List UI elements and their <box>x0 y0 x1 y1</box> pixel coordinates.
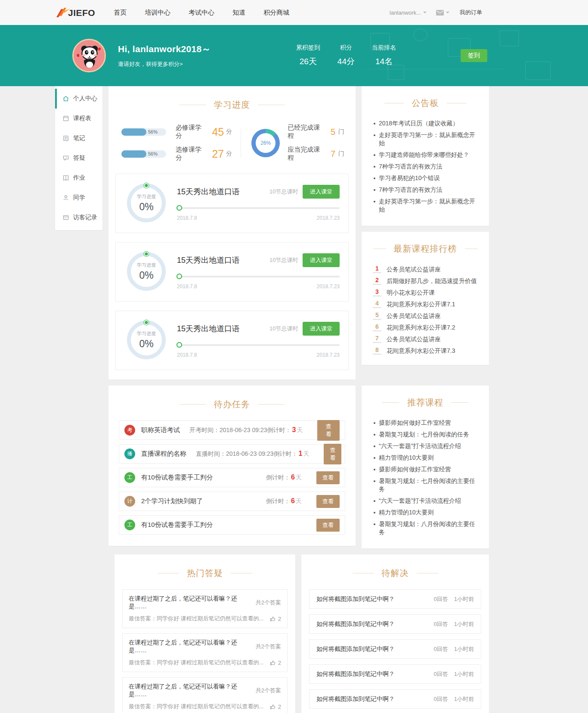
question-bubble-icon: ? <box>62 155 69 162</box>
grading-badge-icon: 工 <box>124 520 135 530</box>
progress-knob[interactable] <box>176 342 182 348</box>
qa-item[interactable]: 在课程过期了之后，笔记还可以看嘛？还是……共2个答案 最佳答案：同学你好 课程过… <box>122 589 288 628</box>
sidebar-item-visitors[interactable]: 访客记录 <box>55 208 102 227</box>
hot-qa-panel: 热门答疑 在课程过期了之后，笔记还可以看嘛？还是……共2个答案 最佳答案：同学你… <box>115 554 295 713</box>
view-button[interactable]: 查看 <box>316 519 340 532</box>
announcement-item[interactable]: 走好英语学习第一步：就从新概念开始 <box>374 196 479 215</box>
recommended-course-item[interactable]: “六天一套题”打卡活动流程介绍 <box>374 495 479 507</box>
recommended-course-item[interactable]: 精力管理的10大要则 <box>374 452 479 464</box>
view-button[interactable]: 查看 <box>324 444 341 464</box>
ranking-item[interactable]: 2后期做好那几步，能迅速提升价值 <box>373 275 480 286</box>
pending-question-item[interactable]: 如何将截图添加到笔记中啊？0回答1小时前 <box>309 689 481 709</box>
recommended-course-item[interactable]: 摄影师如何做好工作室经营 <box>374 464 479 475</box>
section-title-ranking: 最新课程排行榜 <box>362 232 489 255</box>
enter-classroom-button[interactable]: 进入课堂 <box>303 185 340 199</box>
pending-questions-panel: 待解决 如何将截图添加到笔记中啊？0回答1小时前 如何将截图添加到笔记中啊？0回… <box>301 554 489 713</box>
todo-item: 计 2个学习计划快到期了 倒计时：6天 查看 <box>119 492 345 511</box>
messages-dropdown[interactable] <box>436 10 449 16</box>
pending-question-item[interactable]: 如何将截图添加到笔记中啊？0回答1小时前 <box>309 614 481 634</box>
ranking-item[interactable]: 4花间意系列水彩公开课7.1 <box>373 298 480 310</box>
announcement-item[interactable]: 学习建造师能给你带来哪些好处？ <box>374 149 479 161</box>
progress-knob[interactable] <box>176 205 182 211</box>
announcement-item[interactable]: 7种学习语言的有效方法 <box>374 161 479 172</box>
view-button[interactable]: 查看 <box>316 495 340 508</box>
progress-knob[interactable] <box>176 274 182 279</box>
required-progress-bar: 56% <box>121 128 166 136</box>
ranking-item[interactable]: 5公务员笔试公益讲座 <box>373 310 480 321</box>
ranking-item[interactable]: 3明小花水彩公开课 <box>373 286 480 298</box>
countdown: 倒计时：6天 <box>266 473 302 482</box>
course-title[interactable]: 15天秀出地道口语 <box>177 255 269 265</box>
course-card: 学习进度 0% 15天秀出地道口语 10节总课时 进入课堂 2018.7.820… <box>115 174 349 233</box>
pending-question-item[interactable]: 如何将截图添加到笔记中啊？0回答1小时前 <box>309 589 481 609</box>
recommended-course-item[interactable]: 暑期复习规划：八月份阅读的主要任务 <box>374 518 479 538</box>
sidebar-item-personal-center[interactable]: 个人中心 <box>55 89 102 109</box>
likes[interactable]: 2 <box>269 616 281 622</box>
course-lessons: 10节总课时 <box>269 188 303 196</box>
visitor-log-icon <box>62 214 69 221</box>
likes[interactable]: 2 <box>269 704 281 710</box>
my-orders-link[interactable]: 我的订单 <box>460 9 482 16</box>
qa-item[interactable]: 在课程过期了之后，笔记还可以看嘛？还是……共2个答案 最佳答案：同学你好 课程过… <box>122 677 288 713</box>
required-credits-value: 45 <box>212 126 224 138</box>
sign-in-button[interactable]: 签到 <box>461 49 487 62</box>
time-ago: 1小时前 <box>454 695 474 703</box>
main-nav: 首页 培训中心 考试中心 知道 积分商城 <box>105 0 298 25</box>
likes[interactable]: 2 <box>269 660 281 666</box>
ranking-item[interactable]: 8花间意系列水彩公开课7.3 <box>373 345 480 356</box>
sidebar-item-schedule[interactable]: 课程表 <box>55 109 102 128</box>
answer-count: 0回答 <box>434 670 448 678</box>
section-title-todos: 待办任务 <box>108 386 356 410</box>
nav-item-training[interactable]: 培训中心 <box>136 0 179 25</box>
nav-item-exam[interactable]: 考试中心 <box>179 0 223 25</box>
recommended-course-item[interactable]: 摄影师如何做好工作室经营 <box>374 417 479 429</box>
ranking-item[interactable]: 7公务员笔试公益讲座 <box>373 333 480 345</box>
exam-badge-icon: 考 <box>124 425 135 436</box>
announcement-item[interactable]: 7种学习语言的有效方法 <box>374 184 479 196</box>
pending-question-item[interactable]: 如何将截图添加到笔记中啊？0回答1小时前 <box>309 639 481 659</box>
ranking-item[interactable]: 6花间意系列水彩公开课7.2 <box>373 321 480 333</box>
ranking-item[interactable]: 1公务员笔试公益讲座 <box>373 263 480 275</box>
sidebar-item-notes[interactable]: 笔记 <box>55 128 102 148</box>
chevron-down-icon[interactable] <box>423 12 427 15</box>
invite-friends-link[interactable]: 邀请好友，获得更多积分> <box>118 60 211 68</box>
course-end-date: 2018.7.23 <box>317 215 340 221</box>
course-title[interactable]: 15天秀出地道口语 <box>177 324 269 334</box>
required-credits-row: 56% 必修课学分 45 分 <box>121 124 232 140</box>
nav-item-know[interactable]: 知道 <box>223 0 254 25</box>
elective-credits-row: 56% 选修课学分 27 分 <box>121 146 232 162</box>
avatar[interactable] <box>72 39 106 72</box>
section-title-recommended: 推荐课程 <box>362 386 489 408</box>
sidebar-item-homework[interactable]: 作业 <box>55 168 102 188</box>
elective-progress-bar: 56% <box>121 150 166 158</box>
jiefo-logo[interactable]: JIEFO <box>55 7 95 18</box>
elective-credits-value: 27 <box>212 148 224 160</box>
enter-classroom-button[interactable]: 进入课堂 <box>303 253 340 267</box>
course-title[interactable]: 15天秀出地道口语 <box>177 187 269 197</box>
stat-points: 积分 44分 <box>337 44 355 67</box>
nav-item-home[interactable]: 首页 <box>105 0 136 25</box>
view-button[interactable]: 查看 <box>316 471 340 484</box>
nav-item-points-mall[interactable]: 积分商城 <box>254 0 298 25</box>
completion-donut-chart: 26% <box>251 129 280 157</box>
announcement-item[interactable]: 走好英语学习第一步：就从新概念开始 <box>374 129 479 149</box>
plan-badge-icon: 计 <box>124 496 135 507</box>
username-dropdown[interactable]: lanlanwork... <box>390 9 421 16</box>
view-button[interactable]: 查看 <box>317 420 340 441</box>
qa-item[interactable]: 在课程过期了之后，笔记还可以看嘛？还是……共2个答案 最佳答案：同学你好 课程过… <box>122 633 288 672</box>
enter-classroom-button[interactable]: 进入课堂 <box>303 322 340 336</box>
recommended-course-item[interactable]: “六天一套题”打卡活动流程介绍 <box>374 440 479 452</box>
sidebar-item-classmates[interactable]: 同学 <box>55 188 102 208</box>
todo-item: 工 有10份试卷需要手工判分 查看 <box>119 515 345 535</box>
sidebar-item-qa[interactable]: ? 答疑 <box>55 148 102 168</box>
pending-question-item[interactable]: 如何将截图添加到笔记中啊？0回答1小时前 <box>309 664 481 684</box>
sidebar: 个人中心 课程表 笔记 ? 答疑 作业 同学 <box>55 86 102 230</box>
announcement-item[interactable]: 学习者易犯的10个错误 <box>374 172 479 184</box>
recommended-course-item[interactable]: 精力管理的10大要则 <box>374 507 479 518</box>
live-badge-icon: 播 <box>124 448 135 459</box>
course-end-date: 2018.7.23 <box>317 283 340 290</box>
announcement-item[interactable]: 2018年考试日历（建议收藏） <box>374 118 479 129</box>
recommended-course-item[interactable]: 暑期复习规划：七月份阅读的任务 <box>374 429 479 440</box>
recommended-course-item[interactable]: 暑期复习规划：七月份阅读的主要任务 <box>374 475 479 495</box>
course-progress-track <box>177 276 340 277</box>
